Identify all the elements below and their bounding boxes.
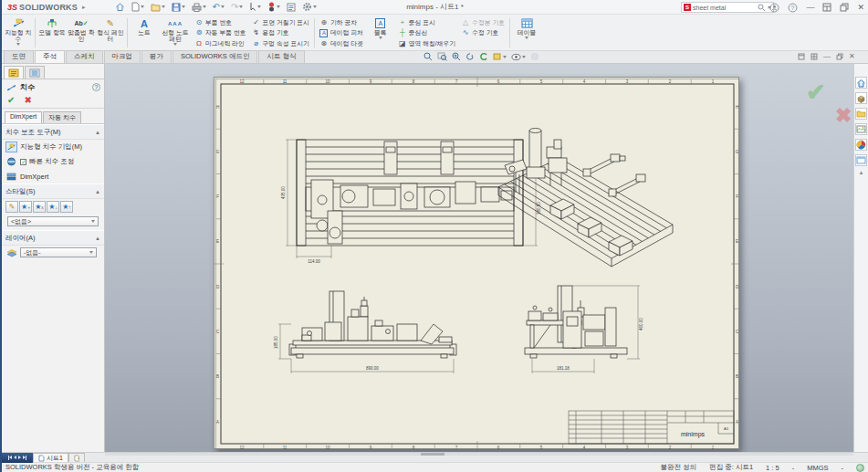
- isometric-view-drawing[interactable]: [498, 129, 673, 267]
- close-document-icon[interactable]: ✕: [849, 52, 855, 60]
- tab-sheet-format[interactable]: 시트 형식: [258, 50, 304, 63]
- undo-button[interactable]: ↶: [213, 1, 225, 14]
- style-add-button[interactable]: ★+: [19, 201, 32, 213]
- tab-dimxpert[interactable]: DimXpert: [5, 111, 42, 123]
- home-button[interactable]: [115, 1, 125, 14]
- tab-markup[interactable]: 마크업: [104, 50, 141, 63]
- title-block[interactable]: minimps A3: [569, 411, 734, 444]
- property-manager-tab[interactable]: [4, 66, 24, 79]
- tab-sketch[interactable]: 스케치: [66, 50, 103, 63]
- options-button[interactable]: [302, 1, 317, 14]
- smart-dimension-button[interactable]: 지능형 치수: [4, 16, 33, 50]
- options-caret[interactable]: [313, 5, 317, 8]
- open-caret[interactable]: [162, 5, 165, 8]
- restore-window-button[interactable]: [840, 3, 849, 12]
- tab-solidworks-addins[interactable]: SOLIDWORKS 애드인: [173, 50, 257, 63]
- zoom-to-fit-icon[interactable]: [424, 52, 433, 61]
- view-settings-icon[interactable]: [493, 52, 507, 61]
- confirm-ok-watermark[interactable]: ✔: [806, 79, 826, 107]
- table-button[interactable]: 테이블: [512, 16, 541, 50]
- confirm-cancel-watermark[interactable]: ✖: [835, 104, 852, 128]
- surface-finish-button[interactable]: ✓표면 거칠기 표시: [249, 17, 312, 28]
- tab-evaluate[interactable]: 평가: [141, 50, 172, 63]
- collapse-chevron-icon[interactable]: ▲: [95, 236, 100, 241]
- custom-properties-icon[interactable]: [855, 154, 867, 166]
- file-properties-button[interactable]: [287, 1, 296, 14]
- section-styles[interactable]: 스타일(S)▲: [2, 184, 104, 199]
- drawing-sheet[interactable]: 121110987654321 121110987654321 HGFEDCBA…: [214, 77, 739, 449]
- dimxpert-item[interactable]: DimXpert: [2, 169, 104, 184]
- format-painter-button[interactable]: ✎ 형식 페인터: [96, 16, 125, 50]
- search-box[interactable]: S sheet metal: [681, 2, 774, 13]
- style-save-button[interactable]: ★↓: [47, 201, 59, 213]
- tile-window-icon[interactable]: [810, 53, 818, 60]
- area-hatch-button[interactable]: ◪영역 해칭/채우기: [395, 38, 458, 49]
- side-view-drawing[interactable]: 181.18 460.00: [525, 286, 643, 373]
- undo-caret[interactable]: [221, 5, 225, 8]
- front-view-drawing[interactable]: 185.00 890.00: [274, 291, 456, 373]
- collapse-chevron-icon[interactable]: ▲: [95, 130, 100, 135]
- centerline-button[interactable]: ┼중심선: [395, 28, 458, 39]
- tab-drawing[interactable]: 도면: [4, 50, 34, 63]
- restore-document-icon[interactable]: [836, 53, 843, 60]
- home-tab-icon[interactable]: [855, 77, 867, 89]
- revision-cloud-button[interactable]: ∿수정 기호: [458, 28, 507, 39]
- xpress-tools-button[interactable]: [267, 1, 280, 14]
- style-delete-button[interactable]: ★x: [33, 201, 46, 213]
- search-icon[interactable]: [758, 4, 766, 12]
- sheet-navigation-buttons[interactable]: [2, 453, 33, 463]
- block-button[interactable]: A 블록: [366, 16, 395, 50]
- model-items-button[interactable]: 모델 항목: [37, 16, 67, 50]
- layer-dropdown-caret[interactable]: [89, 251, 93, 254]
- spell-check-button[interactable]: Ab✓ 맞춤법 확인: [67, 16, 96, 50]
- geometric-tolerance-button[interactable]: ⊕기하 공차: [317, 17, 366, 28]
- minimize-window-button[interactable]: —: [806, 3, 814, 12]
- minimize-document-icon[interactable]: —: [823, 52, 831, 60]
- linear-note-pattern-caret[interactable]: [173, 43, 177, 46]
- save-caret[interactable]: [182, 5, 185, 8]
- add-sheet-tab[interactable]: [68, 453, 85, 462]
- view-palette-icon[interactable]: [855, 123, 867, 135]
- quick-dimension-item[interactable]: ✓ 빠른 치수 조정: [2, 154, 104, 169]
- view-settings-caret[interactable]: [503, 56, 507, 58]
- hole-callout-button[interactable]: ⌀구멍 속성 표시기: [249, 38, 312, 49]
- horizontal-scrollbar[interactable]: [105, 453, 853, 456]
- display-style-caret[interactable]: [522, 56, 526, 58]
- section-dimension-assist-tools[interactable]: 치수 보조 도구(M)▲: [2, 124, 104, 140]
- zoom-to-area-icon[interactable]: [437, 52, 447, 61]
- sheet-tab-sheet1[interactable]: 시트1: [33, 453, 68, 462]
- top-view-drawing[interactable]: 435.00 114.00 380.50: [281, 140, 541, 264]
- datum-target-button[interactable]: ⊗데이텀 타겟: [317, 38, 366, 49]
- linear-note-pattern-button[interactable]: AAA 선형 노트 패턴: [159, 16, 192, 50]
- units-label[interactable]: MMGS: [807, 464, 828, 472]
- datum-feature-button[interactable]: A데이텀 피처: [317, 28, 366, 39]
- tab-annotation[interactable]: 주석: [35, 50, 65, 63]
- xpress-tools-caret[interactable]: [277, 5, 280, 8]
- search-input[interactable]: sheet metal: [693, 5, 756, 11]
- quick-dimension-checkbox[interactable]: ✓: [20, 159, 26, 165]
- print-button[interactable]: [192, 1, 206, 14]
- weld-symbol-button[interactable]: ↯용접 기호: [249, 28, 312, 39]
- design-library-icon[interactable]: [855, 92, 867, 104]
- magnetic-line-button[interactable]: Ω마그네틱 라인: [192, 38, 249, 49]
- collapse-chevron-icon[interactable]: ▲: [95, 189, 100, 194]
- new-document-button[interactable]: [131, 1, 144, 14]
- select-caret[interactable]: [257, 5, 261, 8]
- user-account-icon[interactable]: [769, 3, 779, 13]
- panel-help-icon[interactable]: ?: [92, 83, 100, 91]
- section-layer[interactable]: 레이어(A)▲: [2, 230, 104, 246]
- solidworks-logo[interactable]: 3S SOLIDWORKS ▸: [2, 3, 91, 12]
- style-dropdown-caret[interactable]: [91, 220, 95, 223]
- task-pane-collapse-chevron[interactable]: ▲: [859, 170, 864, 175]
- redo-caret[interactable]: [239, 5, 243, 8]
- smart-dimension-caret[interactable]: [16, 43, 20, 46]
- table-caret[interactable]: [525, 37, 528, 39]
- auto-balloon-button[interactable]: ⊚자동 부품 번호: [192, 28, 249, 39]
- file-explorer-icon[interactable]: [855, 108, 867, 120]
- center-mark-button[interactable]: +중심 표시: [395, 17, 458, 28]
- block-caret[interactable]: [379, 37, 382, 39]
- graphics-area[interactable]: 121110987654321 121110987654321 HGFEDCBA…: [105, 64, 853, 452]
- select-button[interactable]: [249, 1, 261, 14]
- save-button[interactable]: [172, 1, 185, 14]
- redo-button[interactable]: ↷: [231, 1, 243, 14]
